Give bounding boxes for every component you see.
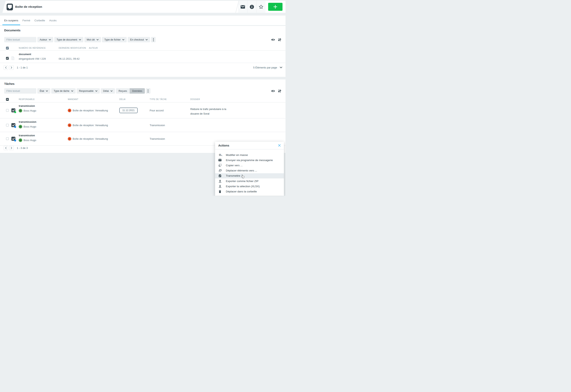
column-header-delai: DÉLAI <box>119 98 150 100</box>
document-row[interactable]: document eingangskorb VW / 229 06.12.202… <box>0 50 286 63</box>
close-button[interactable] <box>278 144 281 147</box>
mandant-avatar: V <box>68 109 71 112</box>
responsible-avatar: H <box>19 125 22 128</box>
tab-corbeille[interactable]: Corbeille <box>34 15 45 25</box>
mail-icon <box>218 159 222 161</box>
column-header-responsable: RESPONSABLE <box>19 98 68 100</box>
documents-per-page-select[interactable]: 5 Éléments par page <box>253 66 282 69</box>
documents-select-all-checkbox[interactable] <box>6 47 9 49</box>
filter-label: Type de tâche <box>54 90 70 92</box>
chevron-down-icon <box>71 90 73 92</box>
check-icon <box>12 138 15 140</box>
plus-icon <box>273 5 277 9</box>
indeterminate-icon <box>7 99 8 100</box>
documents-page-range: 1 - 1 de 1 <box>17 66 28 69</box>
header-actions <box>238 1 286 13</box>
favorite-button[interactable] <box>257 1 266 13</box>
menu-item-label: Exporter comme fichier ZIP <box>226 180 258 183</box>
sort-button[interactable] <box>278 38 281 42</box>
tab-ferme[interactable]: Fermé <box>23 15 30 25</box>
task-status-dot <box>14 126 16 128</box>
documents-filter-input[interactable] <box>4 37 36 42</box>
filter-responsable[interactable]: Responsable <box>77 88 100 94</box>
tab-bar: En suspens Fermé Corbeille Accès <box>0 15 286 25</box>
filter-en-checkout[interactable]: En checkout <box>128 37 150 42</box>
segment-donnees[interactable]: Données <box>130 88 145 94</box>
responsible-name: Boss Hugo <box>24 139 36 142</box>
filter-mot-cle[interactable]: Mot clé <box>84 37 101 42</box>
documents-table-body: document eingangskorb VW / 229 06.12.202… <box>0 50 286 63</box>
mail-button[interactable] <box>238 1 247 13</box>
inbox-page: Boîte de réception <box>0 0 286 196</box>
task-row-checkbox[interactable] <box>6 109 9 112</box>
tab-acces[interactable]: Accès <box>49 15 57 25</box>
actions-menu-title: Actions <box>215 144 229 147</box>
kebab-icon <box>148 89 148 93</box>
filter-type-document[interactable]: Type de document <box>54 37 83 42</box>
column-header-type-tache: TYPE DE TÂCHE <box>150 98 190 100</box>
menu-item-deplacer-elements[interactable]: Déplacer éléments vers ... <box>215 168 284 173</box>
documents-next-page-button[interactable] <box>9 65 14 70</box>
menu-item-envoyer-messagerie[interactable]: Envoyer via programme de messagerie <box>215 158 284 163</box>
tasks-next-page-button[interactable] <box>9 146 14 150</box>
tasks-page-range: 1 - 3 de 3 <box>17 146 28 149</box>
forward-task-icon <box>218 174 222 177</box>
tasks-prev-page-button[interactable] <box>4 146 8 150</box>
mail-icon <box>241 5 245 9</box>
check-icon <box>6 47 8 49</box>
tab-label: Fermé <box>23 19 30 22</box>
chevron-down-icon <box>79 39 81 40</box>
menu-item-copier-vers[interactable]: Copier vers ... <box>215 163 284 168</box>
column-header-auteur: AUTEUR <box>89 47 286 49</box>
menu-item-label: Modifier en masse <box>226 154 248 157</box>
tab-label: Accès <box>49 19 57 22</box>
column-header-modification: DERNIÈRE MODIFICATION <box>59 47 89 49</box>
task-row-checkbox[interactable] <box>6 137 9 140</box>
tab-en-suspens[interactable]: En suspens <box>4 15 18 25</box>
menu-item-exporter-xlsx[interactable]: Exporter la sélection (XLSX) <box>215 184 284 189</box>
document-row-checkbox[interactable] <box>6 57 9 60</box>
add-button[interactable] <box>268 3 283 11</box>
sort-button[interactable] <box>278 89 281 93</box>
documents-more-filters-button[interactable] <box>151 37 156 42</box>
menu-item-label: Exporter la sélection (XLSX) <box>226 185 260 188</box>
menu-item-modifier-en-masse[interactable]: ⚙✎ Modifier en masse <box>215 152 284 158</box>
app-header: Boîte de réception <box>0 1 286 13</box>
task-title: transmission <box>19 104 68 108</box>
menu-item-label: Déplacer dans la corbeille <box>226 190 257 193</box>
task-type: Transmission <box>150 124 165 127</box>
filter-etat[interactable]: État <box>37 88 50 94</box>
menu-item-corbeille[interactable]: Déplacer dans la corbeille <box>215 189 284 194</box>
tasks-select-all-checkbox[interactable] <box>6 98 9 101</box>
task-row[interactable]: transmisssion H Boss Hugo V Boîte de réc… <box>0 118 286 132</box>
mandant-avatar: V <box>68 124 71 127</box>
document-modified: 06.12.2021, 09:42 <box>59 57 89 60</box>
task-title: transmission <box>19 134 68 137</box>
actions-menu: Actions ⚙✎ Modifier en masse Envoyer via… <box>215 142 284 196</box>
gear-edit-icon: ⚙✎ <box>218 154 222 156</box>
chevron-down-icon <box>97 39 99 40</box>
visibility-button[interactable] <box>271 38 275 41</box>
filter-delai[interactable]: Délai <box>101 88 115 94</box>
responsible-avatar: H <box>19 139 22 142</box>
menu-item-transmettre[interactable]: Transmettre <box>215 173 284 178</box>
filter-auteur[interactable]: Auteur <box>37 37 53 42</box>
responsible-avatar: H <box>19 109 22 112</box>
info-button[interactable] <box>247 1 256 13</box>
menu-item-exporter-zip[interactable]: Exporter comme fichier ZIP <box>215 178 284 184</box>
task-status-dot <box>14 140 16 142</box>
filter-type-tache[interactable]: Type de tâche <box>51 88 76 94</box>
task-row-checkbox[interactable] <box>6 124 9 127</box>
visibility-button[interactable] <box>271 90 275 92</box>
segment-recues[interactable]: Reçues <box>116 88 129 94</box>
task-row[interactable]: transmission H Boss Hugo V Boîte de réce… <box>0 102 286 118</box>
chevron-down-icon <box>111 90 113 92</box>
tasks-filter-input[interactable] <box>4 88 36 94</box>
filter-type-fichier[interactable]: Type de fichier <box>102 37 127 42</box>
tasks-more-filters-button[interactable] <box>146 88 150 94</box>
documents-prev-page-button[interactable] <box>4 65 8 70</box>
task-type: Transmission <box>150 137 165 140</box>
move-icon <box>218 169 222 172</box>
due-date-chip[interactable]: 11.12.2021 <box>119 108 138 113</box>
download-icon <box>218 185 222 188</box>
